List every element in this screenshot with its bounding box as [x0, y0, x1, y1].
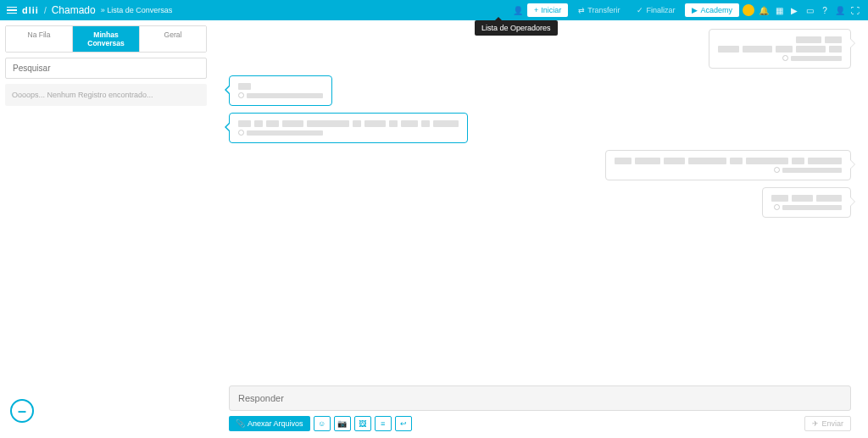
- message-time: [615, 167, 842, 173]
- tab-na-fila[interactable]: Na Fila: [6, 26, 73, 52]
- send-button[interactable]: ✈Enviar: [804, 416, 851, 431]
- fullscreen-icon[interactable]: ⛶: [849, 6, 861, 15]
- user-icon[interactable]: 👤: [834, 6, 846, 15]
- iniciar-button[interactable]: +Iniciar: [527, 3, 568, 17]
- grid-icon[interactable]: ▦: [773, 6, 785, 15]
- bell-icon[interactable]: 🔔: [758, 6, 770, 15]
- message-time: [238, 92, 323, 98]
- send-label: Enviar: [821, 419, 843, 428]
- avatar[interactable]: [743, 4, 754, 16]
- compose-toolbar: 📎Anexar Arquivos ☺ 📷 🖼 ≡ ↩ ✈Enviar: [229, 416, 851, 431]
- template-button[interactable]: ≡: [375, 416, 392, 431]
- attach-button[interactable]: 📎Anexar Arquivos: [229, 416, 310, 431]
- camera-button[interactable]: 📷: [334, 416, 351, 431]
- clock-icon: [238, 92, 244, 98]
- operators-icon[interactable]: 👤: [512, 6, 524, 15]
- message-row: [229, 187, 851, 218]
- empty-message: Oooops... Nenhum Registro encontrado...: [5, 84, 207, 106]
- breadcrumb-main: Chamado: [52, 4, 96, 16]
- search-input[interactable]: [5, 58, 207, 79]
- image-button[interactable]: 🖼: [354, 416, 371, 431]
- message-time: [238, 130, 459, 136]
- compose-area: 📎Anexar Arquivos ☺ 📷 🖼 ≡ ↩ ✈Enviar: [212, 379, 868, 438]
- finalizar-button[interactable]: ✓Finalizar: [630, 3, 682, 17]
- inbox-icon[interactable]: ▭: [804, 6, 815, 15]
- clock-icon: [774, 167, 780, 173]
- menu-icon[interactable]: [7, 7, 17, 14]
- clock-icon: [774, 204, 780, 210]
- tab-geral[interactable]: Geral: [140, 26, 206, 52]
- send-icon: ✈: [812, 419, 819, 428]
- tab-minhas-conversas[interactable]: Minhas Conversas: [73, 26, 140, 52]
- transferir-button[interactable]: ⇄Transferir: [571, 3, 626, 17]
- breadcrumb-divider: /: [44, 6, 47, 15]
- header-right: 👤 +Iniciar ⇄Transferir ✓Finalizar ▶Acade…: [512, 3, 861, 17]
- message-bubble: [709, 29, 851, 69]
- sidebar-tabs: Na Fila Minhas Conversas Geral: [5, 25, 207, 53]
- sidebar: Na Fila Minhas Conversas Geral Oooops...…: [0, 20, 212, 111]
- message-bubble: [229, 75, 332, 106]
- message-bubble: [605, 150, 851, 180]
- reply-input[interactable]: [229, 385, 851, 411]
- video-icon: ▶: [692, 6, 698, 14]
- check-icon: ✓: [637, 6, 643, 14]
- clock-icon: [238, 130, 244, 136]
- message-bubble: [762, 187, 851, 218]
- clock-icon: [782, 55, 788, 61]
- breadcrumb-sub: » Lista de Conversas: [101, 6, 173, 14]
- message-time: [771, 204, 842, 210]
- chat-area: [212, 20, 868, 379]
- plus-icon: +: [534, 6, 538, 14]
- message-row: [229, 150, 851, 180]
- iniciar-label: Iniciar: [541, 6, 561, 14]
- message-row: [229, 113, 851, 143]
- finalizar-label: Finalizar: [646, 6, 675, 14]
- academy-button[interactable]: ▶Academy: [685, 3, 739, 17]
- emoji-button[interactable]: ☺: [314, 416, 331, 431]
- transfer-icon: ⇄: [578, 6, 585, 14]
- message-row: [229, 29, 851, 69]
- help-icon[interactable]: ?: [819, 6, 831, 15]
- header-left: dlii / Chamado » Lista de Conversas: [7, 4, 172, 16]
- attach-label: Anexar Arquivos: [248, 419, 303, 428]
- attach-icon: 📎: [236, 419, 245, 428]
- play-icon[interactable]: ▶: [788, 6, 800, 15]
- message-bubble: [229, 113, 468, 143]
- transferir-label: Transferir: [587, 6, 620, 14]
- app-header: dlii / Chamado » Lista de Conversas 👤 +I…: [0, 0, 868, 20]
- message-time: [718, 55, 842, 61]
- logo: dlii: [22, 5, 39, 15]
- fab-minimize[interactable]: –: [10, 399, 34, 423]
- link-button[interactable]: ↩: [395, 416, 412, 431]
- academy-label: Academy: [700, 6, 732, 14]
- message-row: [229, 75, 851, 106]
